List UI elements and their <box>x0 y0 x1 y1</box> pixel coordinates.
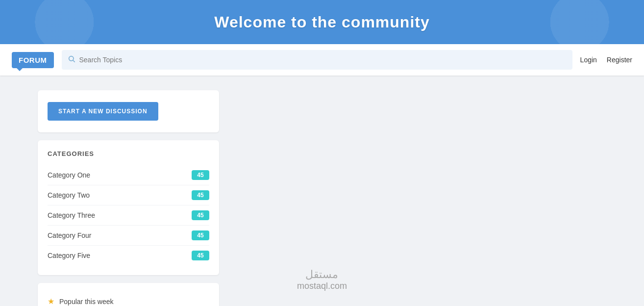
hero-banner: Welcome to the community <box>0 0 644 44</box>
category-name: Category Three <box>48 211 95 219</box>
hero-title: Welcome to the community <box>214 13 429 31</box>
sidebar: START A NEW DISCUSSION CATEGORIES Catego… <box>38 90 219 306</box>
start-discussion-button[interactable]: START A NEW DISCUSSION <box>48 102 158 121</box>
popular-this-week-label: Popular this week <box>59 298 114 306</box>
main-content: START A NEW DISCUSSION CATEGORIES Catego… <box>28 76 616 306</box>
category-name: Category Two <box>48 191 90 199</box>
svg-line-1 <box>73 60 75 62</box>
category-name: Category Four <box>48 231 91 239</box>
forum-logo[interactable]: FORUM <box>12 52 54 68</box>
category-item[interactable]: Category Five 45 <box>48 246 209 265</box>
navbar: FORUM Login Register <box>0 44 644 76</box>
category-item[interactable]: Category Four 45 <box>48 226 209 246</box>
popular-this-week-item[interactable]: ★ Popular this week <box>48 293 209 306</box>
search-wrapper <box>62 50 572 70</box>
categories-card: CATEGORIES Category One 45 Category Two … <box>38 140 219 275</box>
category-item[interactable]: Category Three 45 <box>48 205 209 226</box>
category-badge: 45 <box>192 251 209 260</box>
category-item[interactable]: Category One 45 <box>48 165 209 185</box>
popular-card: ★ Popular this week 🔥 Popular all time <box>38 283 219 306</box>
categories-title: CATEGORIES <box>48 150 209 157</box>
category-name: Category Five <box>48 252 90 259</box>
category-badge: 45 <box>192 210 209 220</box>
nav-links: Login Register <box>580 56 632 64</box>
start-discussion-card: START A NEW DISCUSSION <box>38 90 219 132</box>
login-link[interactable]: Login <box>580 56 597 64</box>
search-icon <box>68 55 75 65</box>
search-input[interactable] <box>79 56 567 64</box>
category-badge: 45 <box>192 190 209 200</box>
category-badge: 45 <box>192 170 209 180</box>
category-badge: 45 <box>192 230 209 240</box>
star-icon: ★ <box>48 297 54 306</box>
svg-point-0 <box>69 56 73 61</box>
register-link[interactable]: Register <box>607 56 632 64</box>
category-name: Category One <box>48 171 90 179</box>
category-item[interactable]: Category Two 45 <box>48 185 209 205</box>
